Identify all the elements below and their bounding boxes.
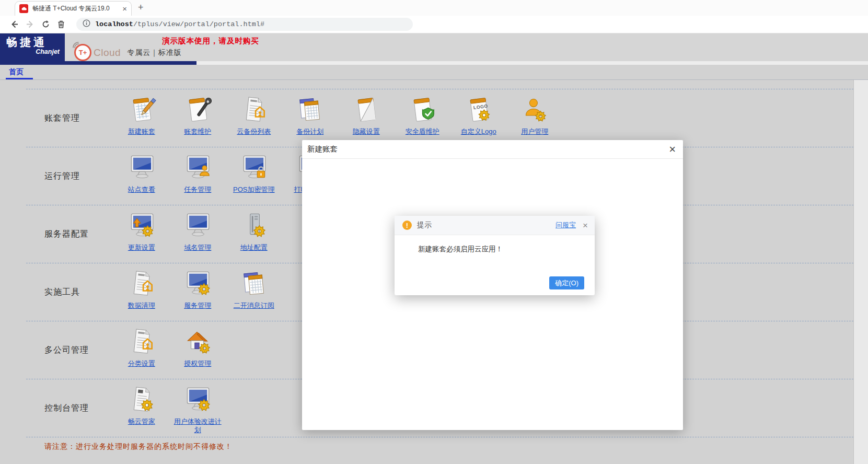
monitor-icon[interactable] [182,210,213,240]
app-item[interactable]: 用户管理 [507,89,563,136]
app-item[interactable]: 隐藏设置 [338,89,395,136]
page-tab-strip: 首页 [0,65,868,80]
modal-header: 新建账套 × [302,140,683,159]
app-item-label[interactable]: 自定义Logo [461,127,496,136]
app-item-label[interactable]: 安全盾维护 [406,127,439,136]
app-item[interactable]: 新建账套 [113,89,170,136]
modal-close-icon[interactable]: × [669,144,676,155]
monitor-gear-icon[interactable] [182,268,213,298]
app-item-group: 数据清理服务管理二开消息订阅 [113,263,282,310]
note-shield-icon[interactable] [407,94,437,124]
ok-button[interactable]: 确定(O) [549,276,584,289]
app-item-label[interactable]: 云备份列表 [237,127,271,136]
app-item[interactable]: 任务管理 [170,147,226,194]
warning-icon: ! [402,221,412,230]
app-item[interactable]: 更新设置 [113,205,170,252]
modal-title: 新建账套 [307,144,338,154]
category-label: 多公司管理 [44,344,89,355]
app-item[interactable]: 二开消息订阅 [226,263,282,310]
forward-icon[interactable] [22,18,38,31]
calendar-pair-icon[interactable] [295,94,325,124]
trash-icon[interactable] [53,18,69,31]
browser-tab[interactable]: 畅捷通 T+Cloud 专属云19.0 × [15,1,132,16]
app-item-label[interactable]: 站点查看 [128,185,155,194]
category-row: 账套管理新建账套账套维护云备份列表备份计划隐藏设置安全盾维护LOGO自定义Log… [0,89,853,147]
app-item[interactable]: POS加密管理 [226,147,282,194]
app-item-label[interactable]: POS加密管理 [233,185,274,194]
app-item-label[interactable]: 账套维护 [184,127,211,136]
app-item[interactable]: 分类设置 [113,321,170,368]
app-item[interactable]: 数据清理 [113,263,170,310]
doc-badge-icon[interactable] [126,326,157,356]
doc-gear-icon[interactable] [126,384,157,414]
product-logo: T+ Cloud 专属云｜标准版 [74,44,182,61]
app-item[interactable]: 云备份列表 [226,89,282,136]
product-name: Cloud [94,47,121,59]
app-item[interactable]: 畅云管家 [113,379,170,434]
tab-title: 畅捷通 T+Cloud 专属云19.0 [32,4,119,13]
note-wrench-icon[interactable] [182,94,213,124]
app-item-label[interactable]: 备份计划 [296,127,323,136]
app-item[interactable]: 账套维护 [170,89,226,136]
doc-badge-icon[interactable] [126,268,157,298]
app-item-label[interactable]: 域名管理 [184,243,211,252]
app-item[interactable]: 授权管理 [170,321,226,368]
app-item[interactable]: LOGO自定义Logo [450,89,507,136]
app-item-label[interactable]: 隐藏设置 [353,127,380,136]
reload-icon[interactable] [38,18,53,31]
ask-service-link[interactable]: 问服宝 [555,221,576,230]
app-item-label[interactable]: 授权管理 [184,359,211,368]
app-item-label[interactable]: 二开消息订阅 [234,301,274,310]
app-item[interactable]: 服务管理 [170,263,226,310]
header-accent-strip [0,61,868,65]
app-item-group: 分类设置授权管理 [113,321,226,368]
tab-home[interactable]: 首页 [9,67,24,77]
alert-close-icon[interactable]: × [583,221,588,230]
app-item-label[interactable]: 分类设置 [128,359,155,368]
app-item-group: 更新设置域名管理地址配置 [113,205,282,252]
category-label: 实施工具 [44,286,80,297]
app-item-label[interactable]: 新建账套 [128,127,155,136]
logo-gear-icon[interactable]: LOGO [464,94,494,124]
app-item-label[interactable]: 用户体验改进计划 [171,417,224,434]
monitor-gear-icon[interactable] [182,384,213,414]
app-item-label[interactable]: 数据清理 [128,301,155,310]
new-tab-button[interactable]: + [138,2,144,13]
app-item-label[interactable]: 任务管理 [184,185,211,194]
chanjet-favicon-icon [19,4,28,13]
category-label: 控制台管理 [44,402,89,413]
category-label: 运行管理 [44,170,80,181]
category-label: 账套管理 [44,112,80,123]
address-bar[interactable]: localhost/tplus/view/portal/portal.html# [76,18,413,31]
url-text: localhost/tplus/view/portal/portal.html# [95,20,264,28]
user-gear-icon[interactable] [519,94,550,124]
tower-gear-icon[interactable] [239,210,269,240]
app-item-label[interactable]: 畅云管家 [128,417,155,426]
app-item-group: 新建账套账套维护云备份列表备份计划隐藏设置安全盾维护LOGO自定义Logo用户管… [113,89,563,136]
app-item-label[interactable]: 用户管理 [521,127,548,136]
tab-home-underline [6,78,33,79]
monitor-user-icon[interactable] [182,152,213,182]
browser-tab-bar: 畅捷通 T+Cloud 专属云19.0 × + [0,0,868,16]
monitor-lock-icon[interactable] [239,152,269,182]
monitor-update-icon[interactable] [126,210,157,240]
app-item-label[interactable]: 服务管理 [184,301,211,310]
app-item-label[interactable]: 更新设置 [128,243,155,252]
house-gear-icon[interactable] [182,326,213,356]
tab-close-icon[interactable]: × [122,5,127,13]
doc-badge-icon[interactable] [239,94,269,124]
app-item[interactable]: 域名管理 [170,205,226,252]
page-info-icon[interactable] [83,19,90,29]
note-split-icon[interactable] [351,94,381,124]
back-icon[interactable] [6,18,22,31]
app-item[interactable]: 站点查看 [113,147,170,194]
calendar-pair-icon[interactable] [239,268,269,298]
app-item[interactable]: 用户体验改进计划 [170,379,226,434]
right-gutter [853,80,868,464]
app-item[interactable]: 地址配置 [226,205,282,252]
note-pen-icon[interactable] [126,94,157,124]
monitor-icon[interactable] [126,152,157,182]
app-item-label[interactable]: 地址配置 [240,243,268,252]
app-item[interactable]: 备份计划 [282,89,339,136]
app-item[interactable]: 安全盾维护 [395,89,451,136]
